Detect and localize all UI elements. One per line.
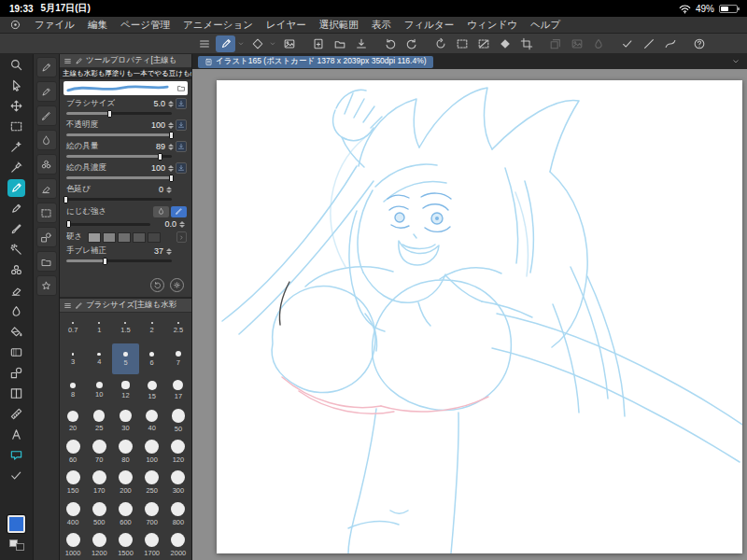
undo-button[interactable] — [380, 35, 400, 52]
param-link-icon[interactable] — [176, 162, 187, 174]
hardness-1[interactable] — [88, 232, 101, 243]
stepper[interactable] — [168, 101, 174, 107]
subtool-select-button[interactable] — [247, 35, 267, 52]
select-area-button[interactable] — [452, 35, 472, 52]
brush-size-10[interactable]: 10 — [86, 374, 112, 405]
subtool-folder[interactable] — [36, 251, 57, 272]
hardness-more-button[interactable] — [176, 231, 187, 243]
param-link-icon[interactable] — [176, 98, 187, 109]
text-tool[interactable] — [0, 424, 34, 444]
brush-size-1200[interactable]: 1200 — [86, 529, 112, 560]
prop-value[interactable]: 100 — [143, 120, 165, 130]
move-layer-tool[interactable] — [0, 95, 34, 116]
deselect-button[interactable] — [473, 35, 493, 52]
brush-size-2[interactable]: 2 — [139, 313, 165, 343]
brush-size-1700[interactable]: 1700 — [139, 529, 165, 560]
figure-tool[interactable] — [0, 362, 34, 383]
brush-size-30[interactable]: 30 — [112, 405, 138, 436]
menu-item-page-management[interactable]: ページ管理 — [120, 19, 170, 32]
airbrush-tool[interactable] — [0, 239, 34, 259]
brush-size-25[interactable]: 25 — [86, 405, 112, 436]
brush-size-80[interactable]: 80 — [112, 437, 138, 468]
brush-size-1[interactable]: 1 — [86, 313, 112, 343]
brush-size-70[interactable]: 70 — [86, 437, 112, 468]
brush-size-4[interactable]: 4 — [86, 343, 112, 374]
subtool-pen-a[interactable] — [36, 57, 57, 77]
main-color-swatch[interactable] — [7, 515, 25, 533]
auto-select-tool[interactable] — [0, 136, 34, 157]
brush-size-120[interactable]: 120 — [165, 437, 191, 468]
switch-colors-icon[interactable] — [9, 539, 24, 551]
canvas[interactable] — [217, 80, 742, 553]
gradient-tool[interactable] — [0, 342, 34, 362]
menu-item-edit[interactable]: 編集 — [88, 19, 107, 32]
brush-size-7[interactable]: 7 — [165, 343, 191, 374]
subtool-eraser[interactable] — [36, 178, 57, 199]
brush-tool-button[interactable] — [216, 35, 235, 52]
fill-selection-button[interactable] — [495, 35, 514, 52]
clip-studio-logo[interactable] — [9, 19, 21, 31]
param-link-icon[interactable] — [176, 141, 187, 152]
menu-item-view[interactable]: 表示 — [372, 19, 391, 32]
brush-size-150[interactable]: 150 — [60, 468, 86, 498]
brush-size-300[interactable]: 300 — [165, 468, 191, 498]
main-menu-button[interactable] — [194, 35, 214, 52]
redo-button[interactable] — [402, 35, 421, 52]
frame-border-tool[interactable] — [0, 383, 34, 403]
subtool-select[interactable] — [36, 203, 57, 223]
prop-value[interactable]: 89 — [143, 142, 165, 151]
fill-tool[interactable] — [0, 321, 34, 342]
brush-size-400[interactable]: 400 — [60, 498, 86, 529]
prop-value[interactable]: 0 — [141, 185, 163, 194]
import-file-button[interactable] — [330, 35, 349, 52]
brush-size-20[interactable]: 20 — [60, 405, 86, 436]
menu-item-window[interactable]: ウィンドウ — [467, 19, 517, 32]
eyedropper-tool[interactable] — [0, 157, 34, 177]
brush-size-3[interactable]: 3 — [60, 343, 86, 374]
blur-on-toggle[interactable] — [171, 206, 187, 217]
brush-size-1000[interactable]: 1000 — [60, 529, 86, 560]
menu-item-file[interactable]: ファイル — [35, 19, 75, 32]
brush-size-170[interactable]: 170 — [86, 468, 112, 498]
menu-item-animation[interactable]: アニメーション — [183, 19, 253, 32]
subtool-pen-b[interactable] — [36, 81, 57, 102]
brush-size-600[interactable]: 600 — [112, 498, 138, 529]
prop-slider-color-stretch[interactable] — [66, 198, 172, 201]
hardness-4[interactable] — [133, 232, 146, 243]
export-file-button[interactable] — [351, 35, 371, 52]
brush-size-100[interactable]: 100 — [139, 437, 165, 468]
brush-size-6[interactable]: 6 — [139, 343, 165, 374]
new-canvas-button[interactable] — [308, 35, 328, 52]
brush-size-700[interactable]: 700 — [139, 498, 165, 529]
panel-menu-icon[interactable] — [63, 57, 72, 65]
document-tab[interactable]: イラスト165 (ポストカード 1378 x 2039px 350dpi 116… — [198, 56, 433, 68]
menu-item-selection-range[interactable]: 選択範囲 — [319, 19, 359, 32]
brush-size-250[interactable]: 250 — [139, 468, 165, 498]
stepper[interactable] — [179, 221, 185, 228]
ruler-tool[interactable] — [0, 403, 34, 424]
chevron-down-icon[interactable] — [731, 57, 740, 66]
brush-size-17[interactable]: 17 — [165, 374, 191, 405]
stepper[interactable] — [168, 165, 174, 172]
brush-size-1.5[interactable]: 1.5 — [112, 313, 138, 343]
tool-property-header[interactable]: ツールプロパティ[主線も — [60, 54, 191, 68]
hardness-2[interactable] — [103, 232, 116, 243]
line-correct-tool[interactable] — [0, 465, 34, 485]
brush-size-2000[interactable]: 2000 — [165, 529, 191, 560]
chevron-down-icon[interactable] — [269, 35, 277, 52]
brush-tool[interactable] — [0, 218, 34, 239]
reference-button[interactable] — [279, 35, 299, 52]
brush-size-5[interactable]: 5 — [112, 343, 138, 374]
brush-size-800[interactable]: 800 — [165, 498, 191, 529]
blur-off-toggle[interactable] — [153, 206, 169, 217]
brush-size-15[interactable]: 15 — [139, 374, 165, 405]
pen-tool[interactable] — [0, 177, 34, 198]
menu-item-layer[interactable]: レイヤー — [266, 19, 306, 32]
brush-size-header[interactable]: ブラシサイズ[主線も水彩 — [60, 299, 191, 313]
stepper[interactable] — [168, 122, 174, 129]
decoration-tool[interactable] — [0, 259, 34, 280]
chevron-down-icon[interactable] — [237, 35, 246, 52]
crop-button[interactable] — [516, 35, 536, 52]
subtool-watercolor[interactable] — [36, 130, 57, 150]
stepper[interactable] — [166, 248, 172, 255]
